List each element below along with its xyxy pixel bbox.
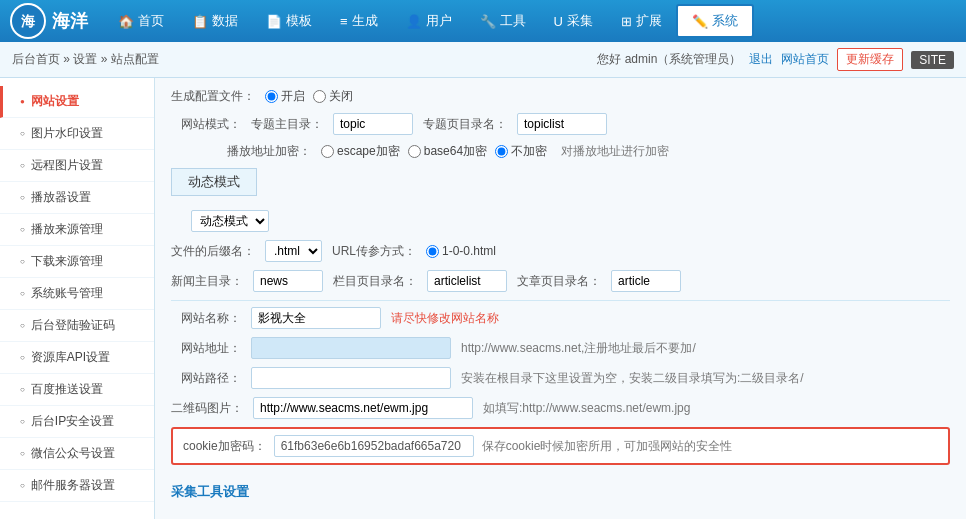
file-suffix-select[interactable]: .html <box>265 240 322 262</box>
svg-text:海: 海 <box>21 13 36 29</box>
sidebar-item-player[interactable]: ○ 播放器设置 <box>0 182 154 214</box>
logout-link[interactable]: 退出 <box>749 51 773 68</box>
sidebar-item-remote-image[interactable]: ○ 远程图片设置 <box>0 150 154 182</box>
nav-extend[interactable]: ⊞ 扩展 <box>607 0 676 42</box>
encrypt-none-radio[interactable] <box>495 145 508 158</box>
generate-config-row: 生成配置文件： 开启 关闭 <box>171 88 950 105</box>
sidebar: ● 网站设置 ○ 图片水印设置 ○ 远程图片设置 ○ 播放器设置 ○ 播放来源管… <box>0 78 155 519</box>
encrypt-escape-label[interactable]: escape加密 <box>321 143 400 160</box>
dot-icon: ○ <box>20 417 25 426</box>
nav-collect[interactable]: U 采集 <box>540 0 607 42</box>
topic-list-dir-input[interactable] <box>517 113 607 135</box>
sidebar-item-account[interactable]: ○ 系统账号管理 <box>0 278 154 310</box>
site-url-label: 网站地址： <box>171 340 241 357</box>
dynamic-mode-row: 动态模式 <box>171 210 950 232</box>
topic-dir-input[interactable] <box>333 113 413 135</box>
breadcrumb: 后台首页 » 设置 » 站点配置 <box>12 51 159 68</box>
divider-1 <box>171 300 950 301</box>
site-path-hint: 安装在根目录下这里设置为空，安装二级目录填写为:二级目录名/ <box>461 370 804 387</box>
encrypt-base64-radio[interactable] <box>408 145 421 158</box>
dot-icon: ○ <box>20 257 25 266</box>
dot-icon: ○ <box>20 481 25 490</box>
radio-open[interactable] <box>265 90 278 103</box>
main-layout: ● 网站设置 ○ 图片水印设置 ○ 远程图片设置 ○ 播放器设置 ○ 播放来源管… <box>0 78 966 519</box>
news-dir-input[interactable] <box>253 270 323 292</box>
sidebar-item-login-code[interactable]: ○ 后台登陆验证码 <box>0 310 154 342</box>
topic-list-dir-label: 专题页目录名： <box>423 116 507 133</box>
breadcrumb-bar: 后台首页 » 设置 » 站点配置 您好 admin（系统管理员） 退出 网站首页… <box>0 42 966 78</box>
sidebar-item-baidu[interactable]: ○ 百度推送设置 <box>0 374 154 406</box>
dynamic-mode-select[interactable]: 动态模式 <box>191 210 269 232</box>
dot-icon: ○ <box>20 129 25 138</box>
dot-icon: ○ <box>20 385 25 394</box>
sidebar-item-watermark[interactable]: ○ 图片水印设置 <box>0 118 154 150</box>
site-name-label: 网站名称： <box>171 310 241 327</box>
nav-user[interactable]: 👤 用户 <box>392 0 466 42</box>
encrypt-none-label[interactable]: 不加密 <box>495 143 547 160</box>
tools-icon: 🔧 <box>480 14 496 29</box>
dot-icon: ○ <box>20 289 25 298</box>
website-mode-row: 网站模式： 专题主目录： 专题页目录名： <box>171 113 950 135</box>
collect-icon: U <box>554 14 563 29</box>
tools-section-link[interactable]: 采集工具设置 <box>171 483 249 501</box>
nav-generate[interactable]: ≡ 生成 <box>326 0 392 42</box>
nav-system[interactable]: ✏️ 系统 <box>676 4 754 38</box>
encrypt-label: 播放地址加密： <box>171 143 311 160</box>
sidebar-item-ip-security[interactable]: ○ 后台IP安全设置 <box>0 406 154 438</box>
qrcode-row: 二维码图片： 如填写:http://www.seacms.net/ewm.jpg <box>171 397 950 419</box>
site-path-label: 网站路径： <box>171 370 241 387</box>
site-path-input[interactable] <box>251 367 451 389</box>
file-suffix-row: 文件的后缀名： .html URL传参方式： 1-0-0.html <box>171 240 950 262</box>
sidebar-item-download-source[interactable]: ○ 下载来源管理 <box>0 246 154 278</box>
dot-icon: ○ <box>20 225 25 234</box>
news-box-row: 动态模式 <box>171 168 950 202</box>
dot-icon: ○ <box>20 321 25 330</box>
url-mode-label: URL传参方式： <box>332 243 416 260</box>
sitemap-badge: SITE <box>911 51 954 69</box>
encrypt-base64-label[interactable]: base64加密 <box>408 143 487 160</box>
sidebar-item-play-source[interactable]: ○ 播放来源管理 <box>0 214 154 246</box>
encrypt-radio-group: escape加密 base64加密 不加密 对播放地址进行加密 <box>321 143 669 160</box>
sidebar-item-email[interactable]: ○ 邮件服务器设置 <box>0 470 154 502</box>
radio-open-label[interactable]: 开启 <box>265 88 305 105</box>
site-path-row: 网站路径： 安装在根目录下这里设置为空，安装二级目录填写为:二级目录名/ <box>171 367 950 389</box>
sidebar-item-wechat[interactable]: ○ 微信公众号设置 <box>0 438 154 470</box>
generate-config-radio: 开启 关闭 <box>265 88 353 105</box>
template-icon: 📄 <box>266 14 282 29</box>
generate-config-label: 生成配置文件： <box>171 88 255 105</box>
site-name-input[interactable] <box>251 307 381 329</box>
file-suffix-label: 文件的后缀名： <box>171 243 255 260</box>
column-dir-input[interactable] <box>427 270 507 292</box>
refresh-button[interactable]: 更新缓存 <box>837 48 903 71</box>
cookie-input[interactable] <box>274 435 474 457</box>
generate-icon: ≡ <box>340 14 348 29</box>
url-mode-radio-input[interactable] <box>426 245 439 258</box>
nav-data[interactable]: 📋 数据 <box>178 0 252 42</box>
sidebar-item-api[interactable]: ○ 资源库API设置 <box>0 342 154 374</box>
radio-close[interactable] <box>313 90 326 103</box>
qrcode-input[interactable] <box>253 397 473 419</box>
home-icon: 🏠 <box>118 14 134 29</box>
url-mode-label-opt[interactable]: 1-0-0.html <box>426 244 496 258</box>
nav-template[interactable]: 📄 模板 <box>252 0 326 42</box>
cookie-section: cookie加密码： 保存cookie时候加密所用，可加强网站的安全性 <box>171 427 950 465</box>
nav-home[interactable]: 🏠 首页 <box>104 0 178 42</box>
dot-icon: ○ <box>20 353 25 362</box>
system-icon: ✏️ <box>692 14 708 29</box>
nav-tools[interactable]: 🔧 工具 <box>466 0 540 42</box>
article-dir-input[interactable] <box>611 270 681 292</box>
encrypt-hint: 对播放地址进行加密 <box>561 143 669 160</box>
site-home-link[interactable]: 网站首页 <box>781 51 829 68</box>
encrypt-escape-radio[interactable] <box>321 145 334 158</box>
extend-icon: ⊞ <box>621 14 632 29</box>
news-box: 动态模式 <box>171 168 257 196</box>
news-dirs-row: 新闻主目录： 栏目页目录名： 文章页目录名： <box>171 270 950 292</box>
sidebar-item-website-settings[interactable]: ● 网站设置 <box>0 86 154 118</box>
site-url-row: 网站地址： http://www.seacms.net,注册地址最后不要加/ <box>171 337 950 359</box>
encrypt-row: 播放地址加密： escape加密 base64加密 不加密 对播放地址进行加密 <box>171 143 950 160</box>
site-url-input[interactable] <box>251 337 451 359</box>
logo-text: 海洋 <box>52 9 88 33</box>
cookie-hint: 保存cookie时候加密所用，可加强网站的安全性 <box>482 438 733 455</box>
article-dir-label: 文章页目录名： <box>517 273 601 290</box>
radio-close-label[interactable]: 关闭 <box>313 88 353 105</box>
